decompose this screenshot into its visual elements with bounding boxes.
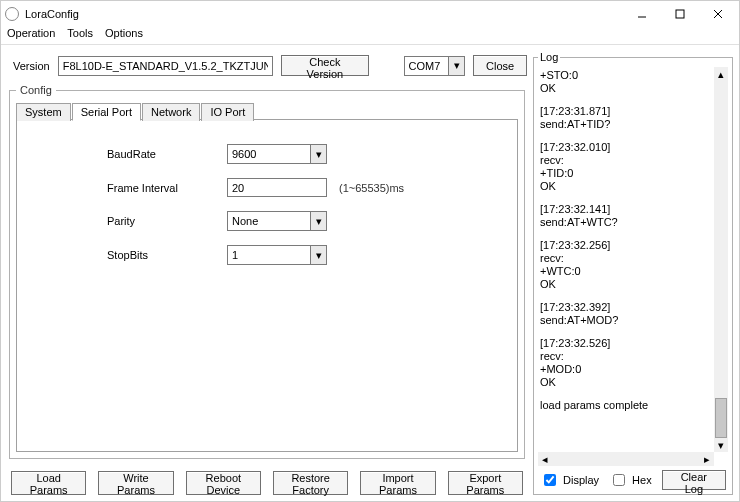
stopbits-select[interactable]: 1 ▾ xyxy=(227,245,327,265)
stopbits-label: StopBits xyxy=(107,249,227,261)
close-port-button[interactable]: Close xyxy=(473,55,527,76)
svg-rect-1 xyxy=(676,10,684,18)
log-entry: +STO:0 OK xyxy=(540,69,718,95)
frame-interval-input[interactable] xyxy=(227,178,327,197)
menu-operation[interactable]: Operation xyxy=(7,27,55,44)
menu-options[interactable]: Options xyxy=(105,27,143,44)
frame-interval-help: (1~65535)ms xyxy=(339,182,404,194)
chevron-down-icon: ▾ xyxy=(310,246,326,264)
display-checkbox-label: Display xyxy=(563,474,599,486)
hex-checkbox-label: Hex xyxy=(632,474,652,486)
baudrate-select[interactable]: 9600 ▾ xyxy=(227,144,327,164)
parity-row: Parity None ▾ xyxy=(107,211,497,231)
config-legend: Config xyxy=(16,84,56,96)
restore-factory-button[interactable]: Restore Factory xyxy=(273,471,348,495)
menu-tools[interactable]: Tools xyxy=(67,27,93,44)
baudrate-value: 9600 xyxy=(228,148,274,160)
frame-interval-row: Frame Interval (1~65535)ms xyxy=(107,178,497,197)
baudrate-label: BaudRate xyxy=(107,148,227,160)
frame-interval-label: Frame Interval xyxy=(107,182,227,194)
display-checkbox-input[interactable] xyxy=(544,474,556,486)
log-box: +STO:0 OK[17:23:31.871] send:AT+TID?[17:… xyxy=(538,67,728,466)
log-text: +STO:0 OK[17:23:31.871] send:AT+TID?[17:… xyxy=(540,69,718,438)
baudrate-row: BaudRate 9600 ▾ xyxy=(107,144,497,164)
scroll-right-icon[interactable]: ▸ xyxy=(700,452,714,466)
left-pane: Version Check Version COM7 ▾ Close Confi… xyxy=(7,51,527,495)
content-area: Version Check Version COM7 ▾ Close Confi… xyxy=(1,45,739,501)
tab-serial-port[interactable]: Serial Port xyxy=(72,103,141,121)
log-entry: [17:23:32.392] send:AT+MOD? xyxy=(540,301,718,327)
hex-checkbox[interactable]: Hex xyxy=(609,471,652,489)
serial-port-page: BaudRate 9600 ▾ Frame Interval (1~65535)… xyxy=(16,119,518,452)
right-pane: Log +STO:0 OK[17:23:31.871] send:AT+TID?… xyxy=(533,51,733,495)
export-params-button[interactable]: Export Params xyxy=(448,471,523,495)
horizontal-scrollbar[interactable]: ◂ ▸ xyxy=(538,452,714,466)
parity-label: Parity xyxy=(107,215,227,227)
tab-io-port[interactable]: IO Port xyxy=(201,103,254,121)
log-controls: Display Hex Clear Log xyxy=(538,466,728,490)
log-entry: [17:23:32.010] recv: +TID:0 OK xyxy=(540,141,718,193)
stopbits-row: StopBits 1 ▾ xyxy=(107,245,497,265)
hex-checkbox-input[interactable] xyxy=(613,474,625,486)
app-icon xyxy=(5,7,19,21)
log-group: Log +STO:0 OK[17:23:31.871] send:AT+TID?… xyxy=(533,51,733,495)
version-field[interactable] xyxy=(58,56,273,76)
bottom-buttons: Load Params Write Params Reboot Device R… xyxy=(7,465,527,495)
load-params-button[interactable]: Load Params xyxy=(11,471,86,495)
display-checkbox[interactable]: Display xyxy=(540,471,599,489)
maximize-button[interactable] xyxy=(663,4,697,24)
close-window-button[interactable] xyxy=(701,4,735,24)
import-params-button[interactable]: Import Params xyxy=(360,471,435,495)
log-legend: Log xyxy=(538,51,560,63)
tab-network[interactable]: Network xyxy=(142,103,200,121)
tab-system[interactable]: System xyxy=(16,103,71,121)
log-entry: [17:23:32.256] recv: +WTC:0 OK xyxy=(540,239,718,291)
chevron-down-icon: ▾ xyxy=(310,145,326,163)
parity-value: None xyxy=(228,215,276,227)
scroll-track[interactable] xyxy=(714,81,728,438)
check-version-button[interactable]: Check Version xyxy=(281,55,369,76)
menu-bar: Operation Tools Options xyxy=(1,27,739,45)
config-group: Config System Serial Port Network IO Por… xyxy=(9,84,525,459)
scroll-up-icon[interactable]: ▴ xyxy=(714,67,728,81)
vertical-scrollbar[interactable]: ▴ ▾ xyxy=(714,67,728,452)
write-params-button[interactable]: Write Params xyxy=(98,471,173,495)
app-window: LoraConfig Operation Tools Options Versi… xyxy=(0,0,740,502)
title-bar: LoraConfig xyxy=(1,1,739,27)
log-entry: load params complete xyxy=(540,399,718,412)
scroll-thumb[interactable] xyxy=(715,398,727,438)
chevron-down-icon: ▾ xyxy=(448,57,464,75)
minimize-button[interactable] xyxy=(625,4,659,24)
app-title: LoraConfig xyxy=(25,8,625,20)
clear-log-button[interactable]: Clear Log xyxy=(662,470,726,490)
version-row: Version Check Version COM7 ▾ Close xyxy=(13,55,527,76)
chevron-down-icon: ▾ xyxy=(310,212,326,230)
reboot-device-button[interactable]: Reboot Device xyxy=(186,471,261,495)
log-entry: [17:23:32.526] recv: +MOD:0 OK xyxy=(540,337,718,389)
log-entry: [17:23:32.141] send:AT+WTC? xyxy=(540,203,718,229)
com-port-select[interactable]: COM7 ▾ xyxy=(404,56,466,76)
window-buttons xyxy=(625,4,735,24)
parity-select[interactable]: None ▾ xyxy=(227,211,327,231)
stopbits-value: 1 xyxy=(228,249,256,261)
scroll-down-icon[interactable]: ▾ xyxy=(714,438,728,452)
scroll-left-icon[interactable]: ◂ xyxy=(538,452,552,466)
log-entry: [17:23:31.871] send:AT+TID? xyxy=(540,105,718,131)
config-tabs: System Serial Port Network IO Port xyxy=(16,102,518,120)
version-label: Version xyxy=(13,60,50,72)
